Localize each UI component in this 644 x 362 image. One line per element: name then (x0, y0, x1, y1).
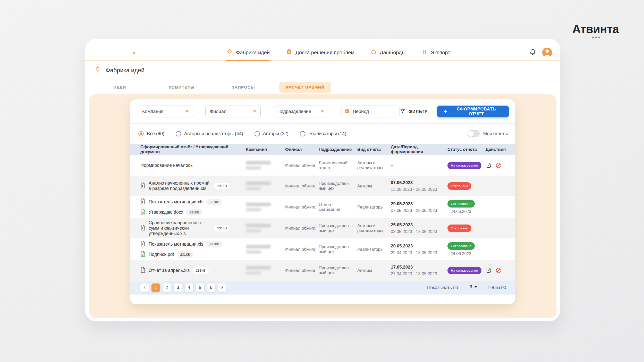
status-badge: На согласовании (447, 267, 481, 274)
pagination-prev-button[interactable]: ‹ (140, 283, 149, 292)
file-size-badge: 231КВ (177, 251, 193, 258)
document-check-icon[interactable] (486, 267, 492, 273)
radio-authors-and-implementers[interactable]: Авторы и реализаторы (44) (176, 131, 243, 136)
create-report-button[interactable]: + СФОРМИРОВАТЬ ОТЧЕТ (437, 106, 509, 117)
tab-ideas[interactable]: ИДЕИ (89, 85, 151, 90)
pagination-page-button[interactable]: 4 (185, 283, 193, 292)
report-status-message: Формирование началось (140, 163, 193, 168)
division-cell: Производственный цех (319, 244, 351, 254)
date-cell: – (391, 163, 444, 168)
table-row: Формирование началось Филиал обжига Логи… (130, 155, 515, 176)
branch-cell: Филиал обжига (285, 205, 319, 210)
table-row: Отчет за апрель.xls 231КВ Филиал обжига … (130, 260, 515, 281)
table-header: Сформированный отчёт / Утверждающий доку… (130, 144, 515, 155)
panel-bottom-space (130, 295, 515, 304)
division-dropdown[interactable]: Подразделение (273, 106, 328, 117)
tab-bonus-calculation[interactable]: РАСЧЕТ ПРЕМИЙ (274, 82, 336, 93)
user-avatar[interactable] (542, 48, 552, 57)
radio-all[interactable]: Все (90) (138, 131, 164, 136)
blurred-company-text (246, 266, 282, 275)
report-type-cell: Реализаторы (357, 247, 386, 252)
nav-item-export[interactable]: Экспорт (421, 49, 450, 56)
date-cell: 17.05.2023 (391, 265, 444, 270)
brand-logo-text: Атвинта (572, 22, 619, 36)
document-link[interactable]: Отчет за апрель.xls 231КВ (140, 267, 243, 274)
file-approved-icon (140, 251, 146, 258)
calendar-icon (344, 108, 350, 115)
nav-label: Доска решения проблем (295, 50, 354, 56)
bell-icon[interactable] (529, 48, 537, 57)
radio-icon (255, 131, 260, 136)
branch-dropdown[interactable]: Филиал (205, 106, 260, 117)
pagination-page-button[interactable]: 2 (163, 283, 171, 292)
prohibit-icon[interactable] (495, 267, 502, 274)
date-cell: 25.05.2023 (391, 222, 444, 228)
division-cell: Производственный цех (319, 223, 351, 233)
prohibit-icon[interactable] (495, 162, 502, 169)
page-title-bar: Фабрика идей (85, 61, 560, 80)
status-badge: На согласовании (447, 162, 481, 169)
document-link[interactable]: Сравнение запрошенных сумм и фактически … (140, 220, 243, 236)
plus-icon: + (444, 108, 448, 115)
nav-item-problem-board[interactable]: Доска решения проблем (286, 49, 354, 57)
blurred-company-text (246, 182, 282, 190)
chevron-down-icon (321, 110, 324, 113)
pagination-page-button[interactable]: 5 (196, 283, 204, 292)
table-row: Анализ начисленных премий в разрезе подр… (130, 176, 515, 196)
nav-item-dashboards[interactable]: Дашборды (370, 49, 405, 56)
pagination-page-button[interactable]: 6 (207, 283, 215, 292)
report-type-cell: Авторы и реализаторы (357, 160, 386, 170)
filter-button[interactable]: ФИЛЬТР (400, 108, 428, 115)
nav-item-idea-factory[interactable]: Фабрика идей (226, 49, 270, 57)
approved-document-link[interactable]: Утверждаю.docx 231КВ (140, 209, 243, 216)
date-cell: 20.05.2023 (391, 244, 444, 249)
radio-implementers[interactable]: Реализаторы (14) (300, 131, 346, 136)
date-cell: 07.06.2023 (391, 180, 444, 185)
date-cell: 29.05.2023 (391, 201, 444, 206)
division-cell: Отдел снабжения (319, 202, 351, 212)
table-row: Показатель мотивации.xls 231КВ (130, 238, 515, 260)
status-badge: Отклонено (447, 225, 471, 232)
blurred-company-text (246, 161, 282, 170)
per-page-select[interactable]: 6 (469, 284, 478, 291)
chevron-down-icon (185, 110, 189, 113)
pagination-page-button[interactable]: 3 (174, 283, 182, 292)
chevron-down-icon (474, 286, 477, 288)
tab-committees[interactable]: КОМИТЕТЫ (151, 85, 213, 90)
dashboard-ring-icon (370, 49, 377, 56)
lightbulb-icon (226, 49, 233, 57)
blurred-company-text (246, 224, 282, 232)
document-check-icon[interactable] (486, 162, 492, 168)
period-cell: 03.05.2023 - 17.05.2023 (391, 229, 444, 234)
lightbulb-icon (94, 66, 101, 75)
status-date: 24.06.2023 (451, 252, 482, 256)
pagination-range: 1-6 из 90 (488, 285, 506, 290)
pagination-right: Показывать по: 6 1-6 из 90 (427, 284, 506, 291)
brand-logo-underline (592, 37, 600, 38)
status-badge: Согласовано (447, 200, 475, 208)
pagination-next-button[interactable]: › (218, 283, 226, 292)
my-reports-toggle[interactable] (468, 130, 480, 137)
file-size-badge: 231КВ (193, 267, 209, 274)
radio-icon (176, 131, 181, 136)
pagination-page-button[interactable]: 1 (151, 283, 160, 292)
document-link[interactable]: Показатель мотивации.xls 231КВ (140, 240, 243, 248)
company-dropdown[interactable]: Компания (138, 106, 193, 117)
top-navigation: Фабрика идей Доска решения проблем (226, 49, 450, 57)
period-cell: 27.04.2023 - 13.05.2023 (391, 271, 444, 276)
tab-requests[interactable]: ЗАПРОСЫ (213, 85, 274, 90)
section-tabs: ИДЕИ КОМИТЕТЫ ЗАПРОСЫ РАСЧЕТ ПРЕМИЙ (85, 80, 560, 94)
document-link[interactable]: Показатель мотивации.xls 231КВ (140, 198, 243, 205)
table-row: Показатель мотивации.xls 231КВ (130, 196, 515, 218)
file-icon (140, 267, 146, 274)
document-link[interactable]: Анализ начисленных премий в разрезе подр… (140, 180, 243, 191)
approved-document-link[interactable]: Подпись.pdf 231КВ (140, 251, 243, 258)
nav-label: Фабрика идей (236, 50, 270, 56)
filter-actions: ФИЛЬТР + СФОРМИРОВАТЬ ОТЧЕТ (400, 106, 509, 117)
radio-authors[interactable]: Авторы (32) (255, 131, 289, 136)
period-input[interactable]: Период (341, 106, 400, 117)
branch-cell: Филиал обжига (285, 184, 319, 188)
status-badge: Отклонено (447, 182, 471, 190)
show-by-label: Показывать по: (427, 285, 459, 290)
funnel-icon (400, 108, 405, 115)
